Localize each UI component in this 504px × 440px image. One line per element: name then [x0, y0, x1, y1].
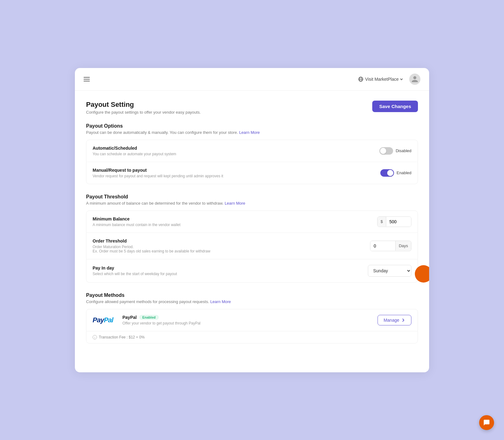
order-threshold-label: Order Threshold	[93, 238, 210, 243]
payout-methods-desc: Configure allowed payment methods for pr…	[86, 299, 418, 304]
header-right: Visit MarketPlace	[355, 74, 420, 85]
order-threshold-info: Order Threshold Order Maturation Period.…	[93, 238, 210, 253]
chevron-right-icon	[401, 318, 405, 322]
manual-option-row: Manual/Request to payout Vendor request …	[86, 162, 418, 184]
payout-threshold-section: Payout Threshold A minimum amount of bal…	[86, 194, 418, 283]
paypal-logo-cyan: Pal	[104, 316, 113, 324]
minimum-balance-input[interactable]	[386, 217, 411, 227]
paypal-method-desc: Offer your vendor to get payout through …	[122, 321, 373, 325]
automatic-toggle-wrap: Disabled	[379, 147, 411, 155]
pay-in-day-label: Pay In day	[93, 265, 177, 270]
chat-bubble-button[interactable]	[479, 415, 494, 430]
automatic-option-info: Automatic/Scheduled You can schedule or …	[93, 146, 176, 156]
globe-icon	[358, 77, 363, 82]
manage-paypal-button[interactable]: Manage	[378, 315, 411, 325]
order-threshold-desc2: Ex. Order must be 5 days old sales earni…	[93, 249, 210, 253]
automatic-option-label: Automatic/Scheduled	[93, 146, 176, 151]
payout-methods-section: Payout Methods Configure allowed payment…	[86, 293, 418, 343]
svg-text:i: i	[94, 336, 95, 339]
payout-methods-title: Payout Methods	[86, 293, 418, 298]
payout-threshold-box: Minimum Balance A minimum balance must c…	[86, 211, 418, 283]
menu-icon[interactable]	[84, 77, 90, 81]
automatic-toggle-knob	[380, 148, 386, 154]
visit-marketplace-link[interactable]: Visit MarketPlace	[355, 75, 405, 84]
avatar[interactable]	[409, 74, 420, 85]
paypal-transaction-fee: i Transaction Fee : $12 + 0%	[86, 331, 418, 343]
manual-toggle-status: Enabled	[396, 170, 411, 175]
automatic-option-desc: You can schedule or automate your payout…	[93, 152, 176, 156]
automatic-toggle-status: Disabled	[396, 148, 411, 153]
save-changes-button[interactable]: Save Changes	[372, 101, 418, 112]
manual-toggle-knob	[387, 170, 393, 176]
manual-option-info: Manual/Request to payout Vendor request …	[93, 168, 223, 178]
automatic-toggle[interactable]	[379, 147, 393, 155]
payout-options-title: Payout Options	[86, 123, 418, 129]
pay-in-day-desc: Select which will be the start of weekda…	[93, 272, 177, 276]
minimum-balance-row: Minimum Balance A minimum balance must c…	[86, 211, 418, 233]
orange-circle-decoration	[415, 265, 429, 283]
order-threshold-desc1: Order Maturation Period.	[93, 245, 210, 249]
paypal-logo: PayPal	[93, 316, 117, 324]
paypal-logo-blue: Pay	[93, 316, 104, 324]
info-icon: i	[93, 335, 97, 339]
page-desc: Configure the payout settings to offer y…	[86, 110, 201, 115]
page-title-row: Payout Setting Configure the payout sett…	[86, 101, 418, 115]
minimum-balance-label: Minimum Balance	[93, 216, 181, 221]
payout-options-section: Payout Options Payout can be done automa…	[86, 123, 418, 184]
main-content: Payout Setting Configure the payout sett…	[75, 91, 429, 363]
payout-threshold-learn-more[interactable]: Learn More	[225, 201, 245, 206]
pay-in-day-info: Pay In day Select which will be the star…	[93, 265, 177, 276]
payout-methods-learn-more[interactable]: Learn More	[210, 299, 231, 304]
payout-options-box: Automatic/Scheduled You can schedule or …	[86, 140, 418, 184]
header: Visit MarketPlace	[75, 68, 429, 91]
order-threshold-suffix: Days	[395, 241, 411, 251]
payout-options-desc: Payout can be done automatically & manua…	[86, 130, 418, 135]
manual-toggle-wrap: Enabled	[380, 169, 411, 177]
chat-icon	[483, 419, 490, 426]
order-threshold-input[interactable]	[370, 241, 395, 251]
payout-options-learn-more[interactable]: Learn More	[239, 130, 260, 135]
manual-option-label: Manual/Request to payout	[93, 168, 223, 173]
chevron-down-icon	[400, 77, 403, 80]
payout-threshold-desc: A minimum amount of balance can be deter…	[86, 201, 418, 206]
payout-threshold-title: Payout Threshold	[86, 194, 418, 200]
minimum-balance-info: Minimum Balance A minimum balance must c…	[93, 216, 181, 227]
title-block: Payout Setting Configure the payout sett…	[86, 101, 201, 115]
manual-option-desc: Vendor request for payout and request wi…	[93, 174, 223, 178]
order-threshold-input-wrap: Days	[370, 241, 411, 251]
minimum-balance-prefix: $	[378, 217, 386, 226]
page-title: Payout Setting	[86, 101, 201, 109]
paypal-method-row: PayPal PayPal Enabled Offer your vendor …	[86, 309, 418, 331]
paypal-method-info: PayPal Enabled Offer your vendor to get …	[122, 315, 373, 325]
user-icon	[411, 75, 419, 83]
order-threshold-row: Order Threshold Order Maturation Period.…	[86, 233, 418, 259]
manual-toggle[interactable]	[380, 169, 394, 177]
minimum-balance-input-wrap: $	[377, 216, 411, 227]
paypal-enabled-badge: Enabled	[139, 315, 159, 320]
pay-in-day-select[interactable]: Sunday Monday Tuesday Wednesday Thursday…	[368, 265, 411, 277]
paypal-method-name: PayPal Enabled	[122, 315, 373, 320]
minimum-balance-desc: A minimum balance must contain in the ve…	[93, 223, 181, 227]
automatic-option-row: Automatic/Scheduled You can schedule or …	[86, 140, 418, 162]
paypal-method-card: PayPal PayPal Enabled Offer your vendor …	[86, 309, 418, 343]
pay-in-day-row: Pay In day Select which will be the star…	[86, 259, 418, 282]
